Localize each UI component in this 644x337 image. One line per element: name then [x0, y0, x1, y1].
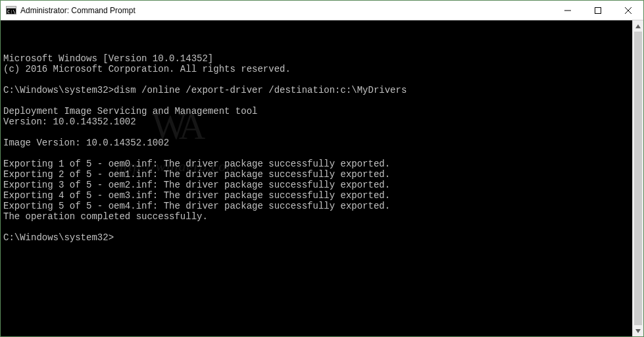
titlebar[interactable]: C:\ Administrator: Command Prompt [1, 1, 643, 20]
svg-rect-1 [7, 6, 16, 8]
vertical-scrollbar[interactable] [632, 20, 643, 336]
terminal-line: C:\Windows\system32>dism /online /export… [3, 85, 630, 95]
terminal-output[interactable]: WA http://winaero.com Microsoft Windows … [1, 20, 632, 336]
terminal-line: Image Version: 10.0.14352.1002 [3, 138, 630, 148]
cmd-icon: C:\ [6, 5, 16, 16]
scroll-up-button[interactable] [633, 20, 643, 32]
terminal-line: Exporting 3 of 5 - oem2.inf: The driver … [3, 180, 630, 190]
minimize-button[interactable] [553, 1, 583, 20]
terminal-line [3, 148, 630, 159]
svg-rect-3 [595, 7, 601, 13]
scroll-thumb[interactable] [634, 32, 642, 325]
terminal-line: (c) 2016 Microsoft Corporation. All righ… [3, 64, 630, 74]
terminal-line: Exporting 4 of 5 - oem3.inf: The driver … [3, 190, 630, 201]
terminal-line [3, 222, 630, 232]
svg-text:C:\: C:\ [7, 9, 16, 14]
terminal-line [3, 74, 630, 85]
terminal-line: Deployment Image Servicing and Managemen… [3, 106, 630, 117]
client-area: WA http://winaero.com Microsoft Windows … [1, 20, 643, 336]
scroll-track[interactable] [633, 32, 643, 325]
terminal-line [3, 95, 630, 106]
terminal-line: The operation completed successfully. [3, 211, 630, 222]
maximize-button[interactable] [583, 1, 613, 20]
scroll-down-button[interactable] [633, 325, 643, 336]
terminal-line: Exporting 5 of 5 - oem4.inf: The driver … [3, 201, 630, 211]
terminal-line: C:\Windows\system32> [3, 232, 630, 243]
terminal-line: Microsoft Windows [Version 10.0.14352] [3, 53, 630, 64]
terminal-line: Version: 10.0.14352.1002 [3, 117, 630, 127]
terminal-line [3, 127, 630, 138]
terminal-line: Exporting 1 of 5 - oem0.inf: The driver … [3, 159, 630, 169]
terminal-line: Exporting 2 of 5 - oem1.inf: The driver … [3, 169, 630, 180]
window-title: Administrator: Command Prompt [20, 6, 136, 15]
close-button[interactable] [613, 1, 643, 20]
